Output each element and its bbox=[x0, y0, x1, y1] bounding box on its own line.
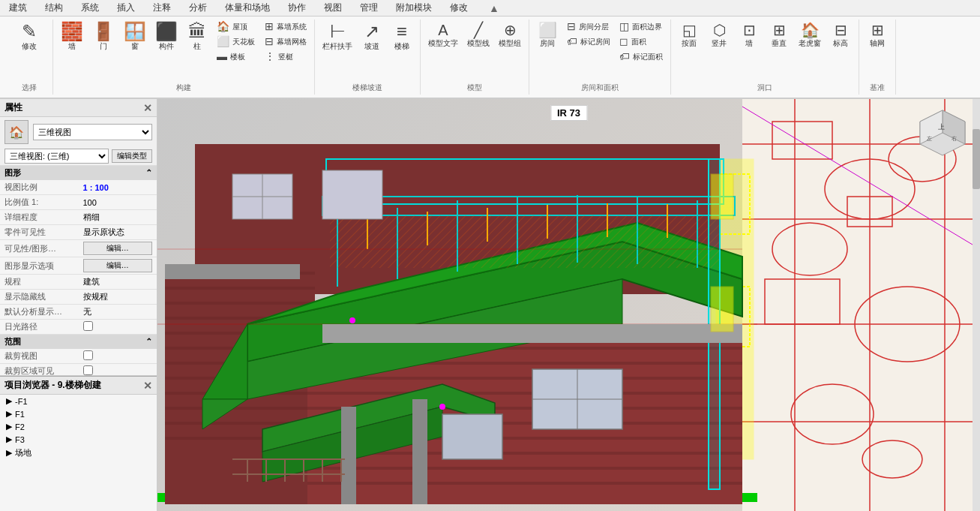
view-type-dropdown[interactable]: 三维视图 bbox=[33, 124, 152, 140]
range-section-header[interactable]: 范围 ⌃ bbox=[0, 335, 157, 349]
tag-area-button[interactable]: 🏷 标记面积 bbox=[616, 50, 666, 63]
model-group-button[interactable]: ⊕ 模型组 bbox=[496, 20, 524, 50]
column-icon: 🏛 bbox=[188, 23, 206, 41]
floor-button[interactable]: ▬ 楼板 bbox=[214, 50, 259, 63]
level-button[interactable]: ⊟ 标高 bbox=[827, 20, 854, 50]
modify-button[interactable]: ✎ 修改 bbox=[10, 20, 48, 53]
view-name-dropdown[interactable]: 三维视图: (三维) bbox=[4, 149, 109, 164]
menu-structure[interactable]: 结构 bbox=[42, 0, 66, 16]
project-browser-title: 项目浏览器 - 9.楼梯创建 bbox=[4, 379, 101, 392]
prop-value-analysis[interactable]: 无 bbox=[79, 305, 157, 320]
area-boundary-icon: ◫ bbox=[619, 21, 629, 32]
curtain-grid-button[interactable]: ⊟ 幕墙网格 bbox=[262, 35, 310, 48]
prop-value-discipline[interactable]: 建筑 bbox=[79, 275, 157, 290]
project-browser-header: 项目浏览器 - 9.楼梯创建 ✕ bbox=[0, 377, 157, 395]
svg-rect-80 bbox=[442, 414, 502, 459]
opening-wall-button[interactable]: ⊡ 墙 bbox=[736, 20, 763, 50]
component-icon: ⬛ bbox=[155, 23, 178, 41]
menu-manage[interactable]: 管理 bbox=[357, 0, 381, 16]
roof-button[interactable]: 🏠 屋顶 bbox=[214, 20, 259, 33]
visibility-edit-button[interactable]: 编辑… bbox=[83, 242, 153, 255]
ribbon-group-build: 🧱 墙 🚪 门 🪟 窗 ⬛ 构件 🏛 柱 🏠 屋 bbox=[53, 20, 315, 95]
menu-architecture[interactable]: 建筑 bbox=[6, 0, 30, 16]
mullion-icon: ⋮ bbox=[265, 51, 275, 62]
grid-button[interactable]: ⊞ 轴网 bbox=[864, 20, 891, 50]
stair-icon: ≡ bbox=[397, 23, 407, 41]
menu-systems[interactable]: 系统 bbox=[78, 0, 102, 16]
prop-value-hidden-lines[interactable]: 按规程 bbox=[79, 290, 157, 305]
ramp-button[interactable]: ↗ 坡道 bbox=[358, 20, 385, 53]
curtain-system-button[interactable]: ⊞ 幕墙系统 bbox=[262, 20, 310, 33]
sun-path-checkbox[interactable] bbox=[83, 321, 93, 331]
dormer-button[interactable]: 🏠 老虎窗 bbox=[796, 20, 824, 50]
window-button[interactable]: 🪟 窗 bbox=[121, 20, 149, 53]
prop-row-hidden-lines: 显示隐藏线 按规程 bbox=[0, 290, 157, 305]
prop-row-graphic-display: 图形显示选项 编辑… bbox=[0, 257, 157, 275]
tag-room-button[interactable]: 🏷 标记房间 bbox=[564, 35, 613, 48]
railing-button[interactable]: ⊢ 栏杆扶手 bbox=[319, 20, 355, 53]
properties-close-button[interactable]: ✕ bbox=[143, 102, 152, 114]
prop-value-detail[interactable]: 稍细 bbox=[79, 210, 157, 225]
menu-insert[interactable]: 插入 bbox=[114, 0, 138, 16]
prop-value-sun[interactable] bbox=[79, 320, 157, 335]
crop-region-checkbox[interactable] bbox=[83, 365, 93, 375]
menu-modify[interactable]: 修改 bbox=[447, 0, 471, 16]
shaft-button[interactable]: ⬡ 竖井 bbox=[706, 20, 733, 50]
prop-value-graphic-display[interactable]: 编辑… bbox=[79, 257, 157, 275]
prop-value-scale-val[interactable]: 100 bbox=[79, 195, 157, 210]
ceiling-icon: ⬜ bbox=[217, 36, 229, 47]
svg-point-72 bbox=[439, 404, 445, 410]
tree-item-site[interactable]: ▶ 场地 bbox=[0, 446, 157, 460]
navigation-cube[interactable]: 上 右 左 bbox=[913, 107, 973, 167]
shaft-icon: ⬡ bbox=[713, 23, 726, 38]
mullion-button[interactable]: ⋮ 竖梃 bbox=[262, 50, 310, 63]
model-line-button[interactable]: ╱ 模型线 bbox=[464, 20, 493, 50]
graphic-display-edit-button[interactable]: 编辑… bbox=[83, 259, 153, 272]
prop-value-visibility[interactable]: 编辑… bbox=[79, 240, 157, 257]
graphics-section-header[interactable]: 图形 ⌃ bbox=[0, 166, 157, 180]
prop-value-crop-region[interactable] bbox=[79, 364, 157, 377]
menu-analyze[interactable]: 分析 bbox=[186, 0, 210, 16]
crop-view-checkbox[interactable] bbox=[83, 350, 93, 360]
vertical-button[interactable]: ⊞ 垂直 bbox=[766, 20, 793, 50]
prop-label-hidden-lines: 显示隐藏线 bbox=[0, 290, 79, 305]
vertical-scrollbar[interactable] bbox=[973, 99, 980, 511]
menu-annotate[interactable]: 注释 bbox=[150, 0, 174, 16]
stair-button[interactable]: ≡ 楼梯 bbox=[388, 20, 415, 53]
menu-massing[interactable]: 体量和场地 bbox=[222, 0, 273, 16]
area-boundary-button[interactable]: ◫ 面积边界 bbox=[616, 20, 666, 33]
prop-label-visibility: 可见性/图形… bbox=[0, 240, 79, 257]
edit-type-button[interactable]: 编辑类型 bbox=[112, 149, 152, 163]
viewport[interactable]: IR 73 bbox=[157, 99, 980, 511]
column-button[interactable]: 🏛 柱 bbox=[184, 20, 211, 53]
ribbon-group-opening: ◱ 按面 ⬡ 竖井 ⊡ 墙 ⊞ 垂直 🏠 老虎窗 ⊟ 标高 bbox=[671, 20, 859, 95]
component-button[interactable]: ⬛ 构件 bbox=[152, 20, 181, 53]
model-text-button[interactable]: A 模型文字 bbox=[425, 20, 461, 50]
minimize-icon[interactable]: ▲ bbox=[489, 2, 499, 14]
by-face-button[interactable]: ◱ 按面 bbox=[676, 20, 703, 50]
door-button[interactable]: 🚪 门 bbox=[89, 20, 118, 53]
area-button[interactable]: ◻ 面积 bbox=[616, 35, 666, 48]
tree-item-f1-neg[interactable]: ▶ -F1 bbox=[0, 395, 157, 407]
tree-item-f1[interactable]: ▶ F1 bbox=[0, 407, 157, 420]
room-button[interactable]: ⬜ 房间 bbox=[534, 20, 561, 50]
build-label: 构建 bbox=[176, 83, 191, 95]
ceiling-button[interactable]: ⬜ 天花板 bbox=[214, 35, 259, 48]
prop-value-crop-view[interactable] bbox=[79, 349, 157, 364]
room-separator-button[interactable]: ⊟ 房间分层 bbox=[564, 20, 613, 33]
left-panel: 属性 ✕ 🏠 三维视图 三维视图: (三维) 编辑类型 图形 ⌃ bbox=[0, 99, 157, 511]
prop-value-parts[interactable]: 显示原状态 bbox=[79, 225, 157, 240]
model-label: 模型 bbox=[467, 83, 482, 95]
prop-label-crop-region: 裁剪区域可见 bbox=[0, 364, 79, 377]
menu-view[interactable]: 视图 bbox=[321, 0, 345, 16]
svg-rect-82 bbox=[412, 399, 427, 504]
properties-title: 属性 bbox=[4, 101, 22, 114]
wall-button[interactable]: 🧱 墙 bbox=[58, 20, 86, 53]
tree-item-f3[interactable]: ▶ F3 bbox=[0, 433, 157, 446]
project-browser-close-button[interactable]: ✕ bbox=[143, 380, 152, 392]
prop-value-scale[interactable]: 1 : 100 bbox=[79, 180, 157, 195]
menu-collaborate[interactable]: 协作 bbox=[285, 0, 309, 16]
datum-label: 基准 bbox=[870, 83, 885, 95]
tree-item-f2[interactable]: ▶ F2 bbox=[0, 420, 157, 433]
menu-addins[interactable]: 附加模块 bbox=[393, 0, 435, 16]
